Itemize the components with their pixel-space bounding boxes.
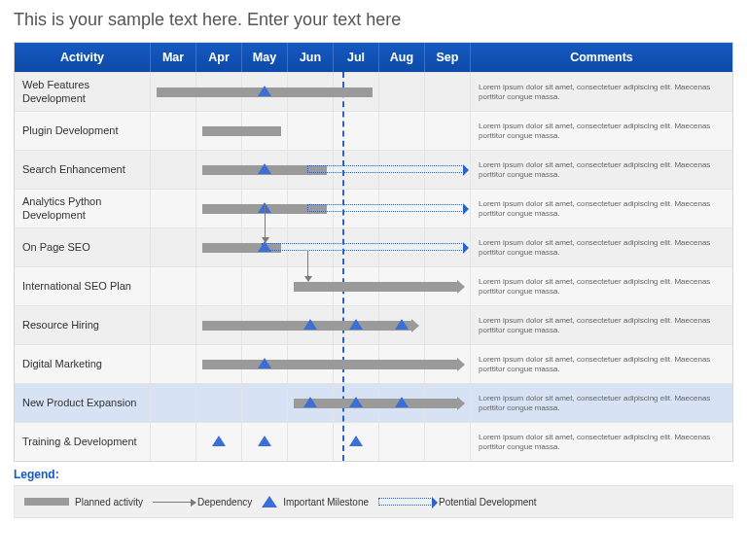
comment-text: Lorem ipsum dolor sit amet, consectetuer… bbox=[471, 228, 732, 266]
activity-name: International SEO Plan bbox=[15, 267, 151, 305]
legend-label: Potential Development bbox=[439, 497, 537, 508]
gantt-cell bbox=[151, 423, 471, 461]
milestone-icon bbox=[262, 496, 277, 508]
milestone-icon bbox=[395, 397, 409, 407]
planned-bar bbox=[202, 360, 458, 369]
comment-text: Lorem ipsum dolor sit amet, consectetuer… bbox=[471, 384, 732, 422]
activity-name: Training & Development bbox=[15, 423, 151, 461]
table-row: Web Features DevelopmentLorem ipsum dolo… bbox=[15, 72, 732, 111]
dependency-arrow bbox=[265, 205, 266, 238]
legend: Planned activity Dependency Important Mi… bbox=[14, 485, 733, 518]
comment-text: Lorem ipsum dolor sit amet, consectetuer… bbox=[471, 345, 732, 383]
col-month: Jul bbox=[334, 43, 379, 72]
legend-label: Dependency bbox=[197, 497, 252, 508]
activity-name: Web Features Development bbox=[15, 73, 151, 111]
comment-text: Lorem ipsum dolor sit amet, consectetuer… bbox=[471, 190, 732, 228]
table-row: International SEO PlanLorem ipsum dolor … bbox=[15, 266, 732, 305]
milestone-icon bbox=[395, 319, 409, 330]
potential-bar bbox=[307, 204, 464, 212]
table-row: Analytics Python DevelopmentLorem ipsum … bbox=[15, 189, 732, 228]
table-row: Resource HiringLorem ipsum dolor sit ame… bbox=[15, 305, 732, 344]
comment-text: Lorem ipsum dolor sit amet, consectetuer… bbox=[471, 112, 732, 150]
milestone-icon bbox=[258, 436, 271, 446]
legend-label: Important Milestone bbox=[283, 497, 369, 508]
table-row: Training & DevelopmentLorem ipsum dolor … bbox=[15, 422, 732, 461]
gantt-table: Activity Mar Apr May Jun Jul Aug Sep Com… bbox=[14, 42, 733, 462]
col-month: Mar bbox=[151, 43, 196, 72]
table-row: Search EnhancementLorem ipsum dolor sit … bbox=[15, 150, 732, 189]
potential-bar bbox=[307, 165, 464, 173]
activity-name: Search Enhancement bbox=[15, 151, 151, 189]
dependency-icon bbox=[153, 502, 192, 503]
dependency-arrow bbox=[307, 250, 308, 277]
activity-name: New Product Expansion bbox=[15, 384, 151, 422]
milestone-icon bbox=[303, 397, 317, 407]
table-header: Activity Mar Apr May Jun Jul Aug Sep Com… bbox=[15, 43, 732, 72]
activity-name: Analytics Python Development bbox=[15, 190, 151, 228]
potential-development-icon bbox=[378, 498, 433, 506]
legend-label: Planned activity bbox=[75, 497, 143, 508]
milestone-icon bbox=[349, 436, 363, 446]
comment-text: Lorem ipsum dolor sit amet, consectetuer… bbox=[471, 267, 732, 305]
gantt-cell bbox=[151, 267, 471, 305]
milestone-icon bbox=[258, 86, 271, 96]
milestone-icon bbox=[258, 163, 271, 174]
potential-bar bbox=[262, 243, 464, 251]
planned-bar bbox=[294, 282, 458, 292]
col-month: Sep bbox=[425, 43, 471, 72]
gantt-cell bbox=[151, 112, 471, 150]
comment-text: Lorem ipsum dolor sit amet, consectetuer… bbox=[471, 306, 732, 344]
col-month: May bbox=[242, 43, 288, 72]
activity-name: Digital Marketing bbox=[15, 345, 151, 383]
col-month: Aug bbox=[379, 43, 425, 72]
activity-name: Plugin Development bbox=[15, 112, 151, 150]
col-month: Apr bbox=[196, 43, 242, 72]
milestone-icon bbox=[303, 319, 317, 330]
table-row: Plugin DevelopmentLorem ipsum dolor sit … bbox=[15, 111, 732, 150]
gantt-cell bbox=[151, 190, 471, 228]
planned-bar bbox=[202, 126, 281, 136]
planned-bar bbox=[294, 399, 458, 408]
comment-text: Lorem ipsum dolor sit amet, consectetuer… bbox=[471, 73, 732, 111]
gantt-cell bbox=[151, 306, 471, 344]
gantt-cell bbox=[151, 384, 471, 422]
legend-title: Legend: bbox=[14, 468, 733, 481]
gantt-body: Web Features DevelopmentLorem ipsum dolo… bbox=[15, 72, 732, 461]
activity-name: Resource Hiring bbox=[15, 306, 151, 344]
page-title: This is your sample text here. Enter you… bbox=[14, 10, 733, 30]
milestone-icon bbox=[349, 319, 363, 330]
milestone-icon bbox=[258, 358, 271, 368]
milestone-icon bbox=[212, 436, 226, 446]
gantt-cell bbox=[151, 345, 471, 383]
table-row: Digital MarketingLorem ipsum dolor sit a… bbox=[15, 344, 732, 383]
gantt-cell bbox=[151, 73, 471, 111]
table-row: On Page SEOLorem ipsum dolor sit amet, c… bbox=[15, 228, 732, 266]
planned-activity-icon bbox=[24, 498, 69, 506]
comment-text: Lorem ipsum dolor sit amet, consectetuer… bbox=[471, 423, 732, 461]
gantt-cell bbox=[151, 228, 471, 266]
gantt-cell bbox=[151, 151, 471, 189]
comment-text: Lorem ipsum dolor sit amet, consectetuer… bbox=[471, 151, 732, 189]
milestone-icon bbox=[349, 397, 363, 407]
col-comments: Comments bbox=[471, 43, 732, 72]
table-row: New Product ExpansionLorem ipsum dolor s… bbox=[15, 383, 732, 422]
col-month: Jun bbox=[288, 43, 334, 72]
activity-name: On Page SEO bbox=[15, 228, 151, 266]
col-activity: Activity bbox=[15, 43, 151, 72]
